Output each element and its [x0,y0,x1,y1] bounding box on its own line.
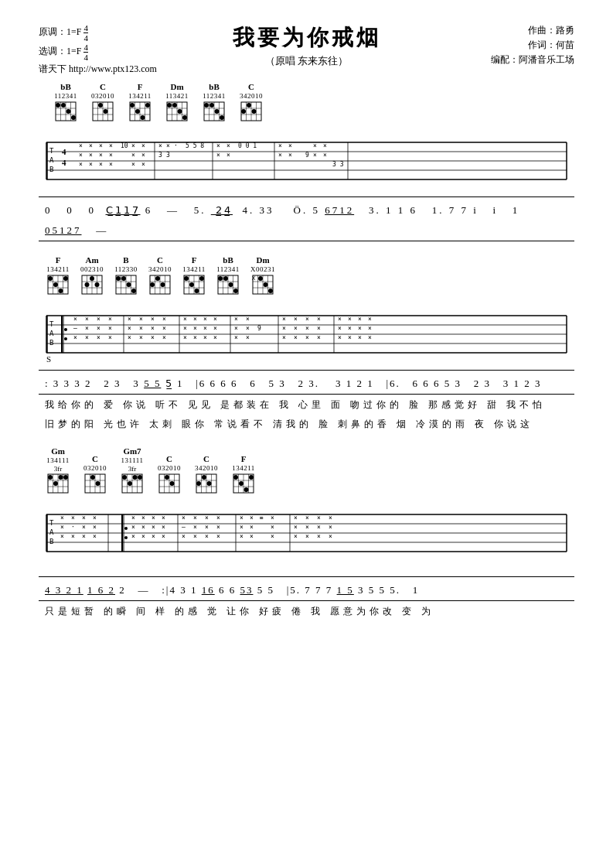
svg-point-130 [85,282,90,287]
svg-text:×: × [348,334,352,341]
svg-text:4: 4 [62,147,66,156]
svg-text:×: × [250,514,254,521]
svg-text:×: × [183,316,187,323]
svg-point-47 [220,115,224,120]
svg-text:×: × [250,524,254,531]
svg-text:×: × [131,142,135,149]
composer: 作曲：路勇 [491,23,574,38]
svg-text:×: × [305,533,309,540]
svg-point-141 [127,282,131,287]
svg-text:×: × [73,334,77,341]
svg-point-179 [258,276,263,281]
svg-text:×: × [305,316,309,323]
svg-text:×: × [216,142,220,149]
selected-key: 选调：1=F 44 [39,43,157,62]
svg-text:×: × [234,325,238,332]
lyrics-line-3: 只是短暂 的瞬 间 样 的感 觉 让你 好疲 倦 我 愿意为你改 变 为 [45,603,581,620]
svg-text:×: × [213,325,217,332]
svg-text:×: × [278,152,282,159]
svg-point-276 [48,475,53,480]
svg-text:×: × [288,152,292,159]
svg-text:×: × [294,334,298,341]
svg-text:×: × [85,325,89,332]
svg-text:×: × [128,316,131,323]
svg-text:×: × [141,142,145,149]
svg-point-36 [178,109,182,114]
svg-text:×: × [193,316,197,323]
svg-point-132 [95,282,100,287]
svg-text:×: × [141,161,145,168]
notation-line-1: 0 0 0 C̲1̲1̲7̲ 6 — 5. 2̲4̲ 4. 33 Ö. 5 67… [39,196,574,241]
svg-text:×: × [109,161,113,168]
svg-text:×: × [246,334,250,341]
svg-point-131 [90,276,94,281]
chord-C-5: C 032010 [158,454,181,494]
svg-point-181 [268,289,273,293]
svg-point-297 [138,475,142,480]
svg-text:×: × [183,334,187,341]
svg-text:·: · [174,142,178,149]
svg-point-56 [252,109,257,114]
svg-point-6 [56,103,60,108]
svg-text:×: × [97,334,100,341]
svg-text:×: × [85,316,89,323]
svg-text:A: A [49,156,54,164]
svg-text:×: × [71,533,75,540]
notation-line-3: 4 3 2 1 1 6 2 2 — :|4 3 1 16 6 6 53 5 5 … [39,576,574,601]
svg-text:×: × [313,152,317,159]
svg-point-45 [209,103,214,108]
svg-text:X: X [252,275,256,282]
svg-point-54 [241,109,246,114]
chord-bB-2: bB 112341 [203,82,226,122]
svg-text:×: × [323,142,327,149]
chord-Dm-2: Dm X00231 X [250,255,275,296]
svg-point-7 [61,103,66,108]
svg-point-160 [195,289,199,293]
svg-point-151 [161,282,165,287]
chord-Am: Am 002310 [80,255,104,296]
svg-text:×: × [73,316,77,323]
notation-line-2: : 3 3 3 2 2 3 3 5 5 5̲ 1 |6 6 6 6 6 5 3 … [39,370,574,395]
svg-text:T: T [49,519,54,527]
svg-text:×: × [128,334,131,341]
svg-text:×: × [193,514,197,521]
svg-point-294 [122,475,127,480]
chord-B: B 112330 [114,255,138,296]
svg-text:×: × [99,152,103,159]
svg-point-196 [64,328,67,331]
svg-text:×: × [141,524,145,531]
svg-point-46 [215,109,220,114]
svg-text:0  0  1: 0 0 1 [238,142,257,149]
svg-text:—: — [73,325,77,332]
svg-text:×: × [162,334,166,341]
svg-text:S: S [46,354,51,364]
chord-bB-3: bB 112341 [216,255,240,296]
svg-text:×: × [205,514,209,521]
svg-text:×: × [162,514,165,521]
svg-text:×: × [368,325,372,332]
svg-point-169 [223,276,228,281]
svg-text:×: × [240,524,243,531]
svg-text:×: × [305,524,309,531]
tab-staff-2: T A B S × — × × × × × × × × × × [39,300,574,370]
svg-text:×: × [89,152,93,159]
svg-text:×: × [282,325,286,332]
svg-text:×: × [99,161,103,168]
svg-text:×: × [216,524,220,531]
svg-text:×: × [131,524,135,531]
svg-point-323 [244,487,249,492]
svg-point-324 [249,475,254,480]
chord-F-4: F 134211 [232,454,255,494]
svg-text:×: × [193,334,197,341]
svg-point-149 [150,282,155,287]
svg-text:×: × [162,524,165,531]
svg-text:×: × [348,325,352,332]
svg-point-312 [196,481,201,486]
svg-point-295 [128,481,132,486]
svg-point-296 [133,475,138,480]
lyricist: 作词：何苗 [491,38,574,53]
section2: F 134211 Am 002310 [39,255,574,432]
svg-text:A: A [49,528,54,536]
svg-text:×: × [131,161,135,168]
svg-text:×: × [329,524,332,531]
